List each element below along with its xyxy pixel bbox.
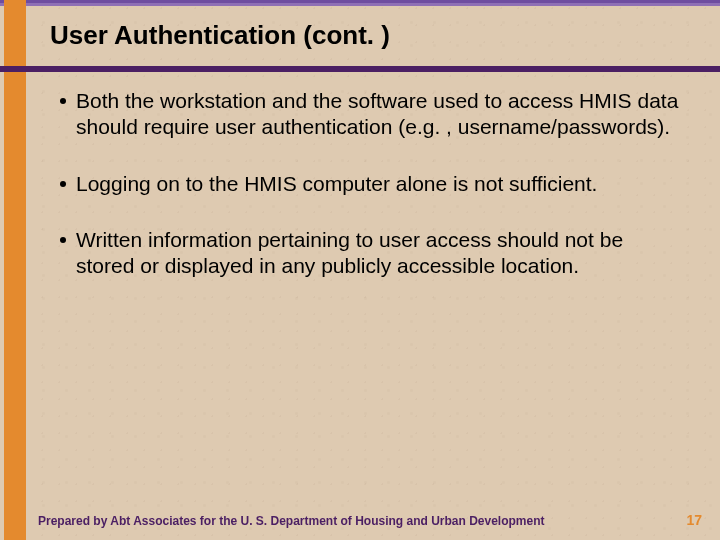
bullet-text: Written information pertaining to user a… (76, 227, 680, 280)
bullet-text: Logging on to the HMIS computer alone is… (76, 171, 597, 197)
bullet-icon (60, 181, 66, 187)
bullet-item: Both the workstation and the software us… (60, 88, 680, 141)
bullet-text: Both the workstation and the software us… (76, 88, 680, 141)
slide: User Authentication (cont. ) Both the wo… (0, 0, 720, 540)
left-accent-bar (4, 0, 26, 540)
bullet-icon (60, 98, 66, 104)
bullet-item: Written information pertaining to user a… (60, 227, 680, 280)
title-underline (0, 66, 720, 72)
slide-title: User Authentication (cont. ) (50, 20, 690, 51)
footer-text: Prepared by Abt Associates for the U. S.… (38, 514, 545, 528)
content-area: Both the workstation and the software us… (60, 88, 680, 309)
page-number: 17 (686, 512, 702, 528)
bullet-item: Logging on to the HMIS computer alone is… (60, 171, 680, 197)
top-stripe (0, 0, 720, 6)
bullet-icon (60, 237, 66, 243)
